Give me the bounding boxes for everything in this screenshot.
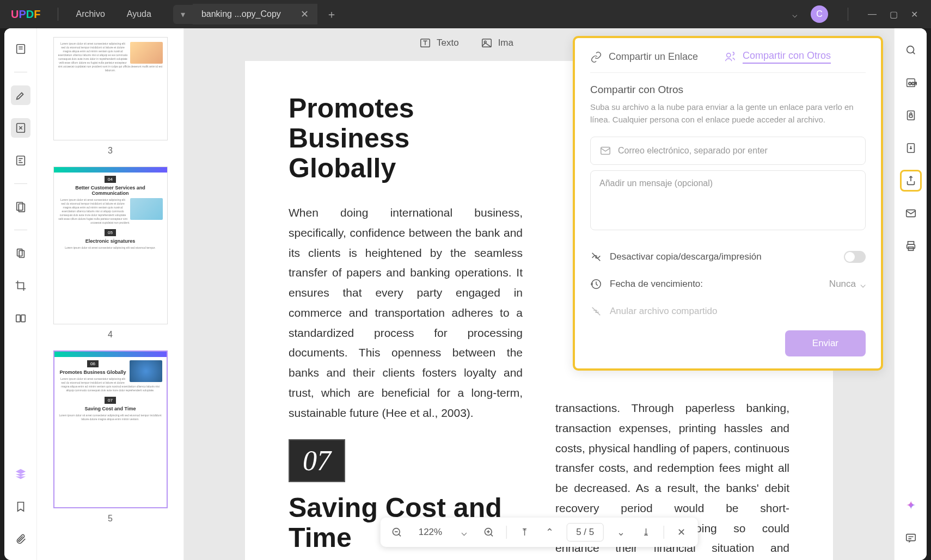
document-tab[interactable]: banking ...opy_Copy ✕ [193, 4, 317, 24]
thumbnail-text: Lorem ipsum dolor sit amet consectetur a… [58, 246, 163, 250]
tab-dropdown-icon[interactable]: ▾ [173, 5, 193, 24]
zoom-in-button[interactable] [481, 525, 497, 540]
main-area: Lorem ipsum dolor sit amet consectetur a… [4, 28, 927, 560]
print-icon[interactable] [900, 235, 922, 257]
text-tool[interactable]: Texto [419, 37, 459, 49]
no-copy-icon [590, 251, 602, 263]
disable-copy-label: Desactivar copia/descarga/impresión [610, 251, 762, 262]
reader-tool-icon[interactable] [11, 39, 30, 59]
expiry-dropdown[interactable]: Nunca ⌵ [829, 279, 866, 290]
image-tool[interactable]: Ima [481, 37, 513, 49]
crop-tool-icon[interactable] [11, 276, 30, 296]
disable-copy-toggle[interactable] [844, 251, 866, 263]
people-icon [724, 51, 736, 63]
share-icon[interactable] [900, 170, 922, 192]
thumbnail-badge: 06 [87, 360, 99, 367]
last-page-button[interactable]: ⤓ [638, 525, 653, 540]
svg-rect-20 [909, 115, 912, 118]
disable-copy-row: Desactivar copia/descarga/impresión [590, 243, 866, 270]
thumbnail-badge: 04 [105, 176, 116, 183]
app-logo: UPDF [0, 8, 51, 21]
search-icon[interactable] [900, 39, 922, 61]
expiry-label: Fecha de vencimiento: [610, 279, 703, 290]
doc-paragraph: When doing international business, speci… [289, 203, 523, 423]
export-icon[interactable] [900, 137, 922, 159]
expiry-value: Nunca [829, 279, 856, 290]
thumbnail-5[interactable]: 06 Promotes Business Globally Lorem ipsu… [46, 350, 175, 524]
thumbnail-page: 04 Better Customer Services and Communic… [53, 167, 168, 324]
revoke-label: Anular archivo compartido [610, 306, 717, 317]
titlebar-right: ⌵ C — ▢ ✕ [792, 5, 931, 23]
close-zoom-bar-button[interactable]: ✕ [673, 525, 689, 540]
ai-icon[interactable]: ✦ [900, 495, 922, 516]
pages-tool-icon[interactable] [11, 243, 30, 263]
right-toolbar: OCR ✦ [894, 28, 927, 560]
thumbnail-badge: 05 [105, 229, 116, 236]
tab-close-icon[interactable]: ✕ [301, 8, 309, 20]
compare-tool-icon[interactable] [11, 309, 30, 328]
share-tabs: Compartir un Enlace Compartir con Otros [590, 50, 866, 73]
svg-rect-19 [907, 111, 914, 120]
thumbnail-3[interactable]: Lorem ipsum dolor sit amet consectetur a… [46, 37, 175, 156]
comment-icon[interactable] [900, 527, 922, 549]
close-button[interactable]: ✕ [911, 9, 918, 20]
titlebar: UPDF Archivo Ayuda ▾ banking ...opy_Copy… [0, 0, 931, 28]
form-tool-icon[interactable] [11, 151, 30, 170]
thumbnail-text: Lorem ipsum dolor sit amet consectetur a… [59, 414, 162, 421]
organize-tool-icon[interactable] [11, 197, 30, 217]
message-textarea[interactable]: Añadir un mensaje (opcional) [590, 170, 866, 230]
tab-area: ▾ banking ...opy_Copy ✕ ＋ [173, 3, 346, 26]
separator [58, 8, 58, 21]
next-page-button[interactable]: ⌄ [613, 525, 628, 540]
ocr-icon[interactable]: OCR [900, 72, 922, 94]
new-tab-button[interactable]: ＋ [317, 3, 346, 26]
bookmark-icon[interactable] [11, 497, 30, 516]
share-tab-others-label: Compartir con Otros [743, 50, 831, 64]
left-toolbar [4, 28, 37, 560]
svg-rect-26 [906, 534, 915, 541]
thumbnail-header [54, 352, 167, 357]
text-tool-label: Texto [437, 38, 459, 48]
separator [663, 526, 664, 539]
email-icon[interactable] [900, 202, 922, 224]
svg-rect-8 [21, 315, 24, 322]
thumbnail-header [54, 167, 167, 173]
menu-file[interactable]: Archivo [65, 9, 115, 19]
attachment-icon[interactable] [11, 530, 30, 549]
history-icon [590, 278, 602, 290]
highlight-tool-icon[interactable] [11, 85, 30, 105]
zoom-out-button[interactable] [389, 525, 405, 540]
menu-help[interactable]: Ayuda [116, 9, 162, 19]
svg-rect-7 [16, 315, 20, 322]
tab-title: banking ...opy_Copy [201, 9, 281, 19]
user-avatar[interactable]: C [811, 5, 828, 23]
zoom-value: 122% [414, 527, 446, 538]
image-icon [481, 37, 493, 49]
zoom-bar: 122% ⌵ ⤒ ⌃ 5 / 5 ⌄ ⤓ ✕ [381, 518, 698, 547]
svg-point-12 [727, 53, 731, 57]
edit-tool-icon[interactable] [11, 118, 30, 138]
page-input[interactable]: 5 / 5 [567, 523, 603, 541]
thumbnail-page: Lorem ipsum dolor sit amet consectetur a… [53, 37, 168, 140]
separator [506, 526, 507, 539]
thumbnail-4[interactable]: 04 Better Customer Services and Communic… [46, 167, 175, 340]
send-button[interactable]: Enviar [785, 330, 866, 356]
chevron-down-icon[interactable]: ⌵ [792, 9, 798, 20]
revoke-row: Anular archivo compartido [590, 298, 866, 325]
share-tab-link[interactable]: Compartir un Enlace [590, 50, 698, 64]
zoom-dropdown-icon[interactable]: ⌵ [456, 525, 471, 540]
thumbnail-number: 5 [46, 514, 175, 524]
protect-icon[interactable] [900, 104, 922, 126]
prev-page-button[interactable]: ⌃ [542, 525, 557, 540]
share-tab-others[interactable]: Compartir con Otros [724, 50, 831, 64]
thumbnail-title: Electronic signatures [58, 238, 163, 244]
maximize-button[interactable]: ▢ [890, 9, 898, 20]
svg-rect-13 [601, 147, 610, 155]
first-page-button[interactable]: ⤒ [517, 525, 532, 540]
svg-rect-23 [908, 242, 914, 245]
chevron-down-icon: ⌵ [860, 279, 866, 290]
share-description: Suba su archivo a la nube para enviar a … [590, 101, 866, 126]
layers-icon[interactable] [11, 464, 30, 484]
minimize-button[interactable]: — [868, 9, 877, 19]
email-input[interactable]: Correo electrónico, separado por enter [590, 137, 866, 165]
